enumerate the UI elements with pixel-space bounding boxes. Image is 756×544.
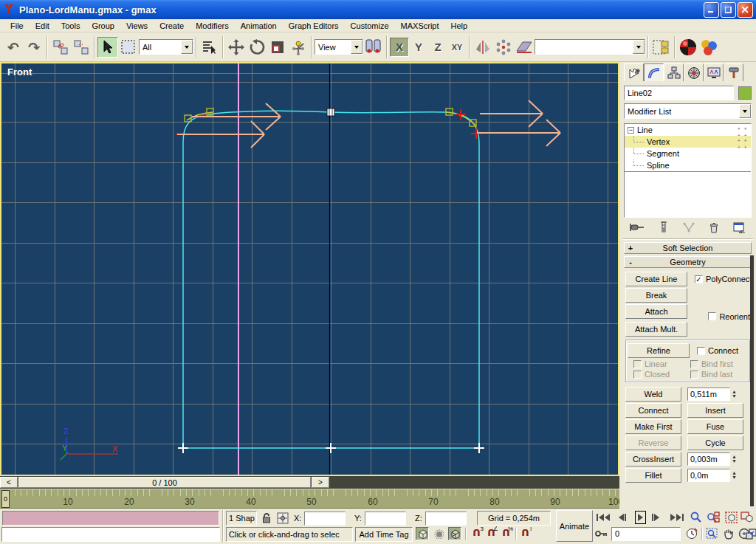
add-time-tag-button[interactable]: Add Time Tag	[355, 527, 413, 542]
array-icon[interactable]	[493, 37, 514, 58]
selection-lock-icon[interactable]	[260, 512, 273, 525]
collapse-icon[interactable]: −	[628, 127, 634, 134]
zoom-all-icon[interactable]	[707, 511, 720, 524]
tab-motion[interactable]	[684, 63, 704, 81]
current-frame-marker[interactable]: 0	[1, 490, 10, 508]
attach-button[interactable]: Attach	[625, 304, 687, 319]
spline-outline[interactable]	[183, 111, 479, 448]
polyconnect-checkbox[interactable]: ✓	[695, 275, 703, 283]
fuse-button[interactable]: Fuse	[687, 419, 743, 434]
crossinsert-threshold-field[interactable]: 0,003m	[687, 452, 730, 466]
pan-hand-icon[interactable]	[721, 527, 735, 540]
menu-item[interactable]: MAXScript	[395, 21, 445, 31]
select-object-icon[interactable]	[97, 37, 118, 58]
align-icon[interactable]	[514, 37, 535, 58]
use-pivot-point-center-icon[interactable]	[363, 37, 384, 58]
panel-scrollbar[interactable]	[750, 255, 754, 506]
menu-item[interactable]: Graph Editors	[283, 21, 345, 31]
maximize-button[interactable]	[721, 2, 736, 18]
select-and-link-icon[interactable]	[50, 37, 71, 58]
time-slider-thumb[interactable]: 0 / 100	[18, 477, 311, 488]
refine-button[interactable]: Refine	[628, 343, 690, 358]
solid-cube-icon[interactable]	[416, 527, 429, 540]
min-max-toggle-icon[interactable]	[744, 527, 756, 540]
unlink-icon[interactable]	[71, 37, 92, 58]
select-by-name-icon[interactable]	[199, 37, 220, 58]
tab-hierarchy[interactable]	[664, 63, 684, 81]
material-editor-icon[interactable]	[698, 37, 719, 58]
menu-item[interactable]: Group	[86, 21, 120, 31]
menu-item[interactable]: Create	[154, 21, 190, 31]
current-frame-field[interactable]: 0	[611, 527, 681, 541]
spinner-arrows-icon[interactable]: ▲▼	[732, 471, 737, 480]
menu-item[interactable]: Help	[445, 21, 474, 31]
maxscript-mini-listener[interactable]	[1, 527, 220, 542]
fillet-radius-field[interactable]: 0,0m	[687, 469, 730, 482]
dropdown-arrow-icon[interactable]	[633, 40, 645, 54]
remove-modifier-icon[interactable]	[709, 222, 718, 233]
select-and-scale-icon[interactable]	[267, 37, 288, 58]
percent-snap-icon[interactable]: U%	[500, 527, 512, 540]
track-bar[interactable]: 102030405060708090100 0	[0, 489, 619, 509]
animate-button[interactable]: Animate	[556, 510, 593, 542]
make-unique-icon[interactable]	[683, 222, 695, 233]
crossinsert-button[interactable]: CrossInsert	[625, 452, 681, 466]
selected-vertex-marker[interactable]	[327, 109, 334, 116]
undo-icon[interactable]: ↶	[3, 37, 24, 58]
named-selection-sets-dropdown[interactable]	[535, 39, 645, 55]
material-navigator-icon[interactable]	[678, 37, 698, 58]
menu-item[interactable]: Animation	[235, 21, 283, 31]
weld-button[interactable]: Weld	[625, 387, 681, 402]
go-to-end-icon[interactable]	[670, 511, 684, 524]
time-configuration-icon[interactable]	[685, 527, 698, 540]
front-viewport[interactable]: Front	[0, 62, 619, 476]
absolute-offset-mode-icon[interactable]	[276, 512, 289, 525]
tab-utilities[interactable]	[724, 63, 743, 81]
redo-icon[interactable]: ↷	[24, 37, 44, 58]
time-slider-next-button[interactable]: >	[312, 477, 329, 488]
previous-frame-icon[interactable]	[619, 511, 626, 524]
tab-create[interactable]	[624, 63, 644, 81]
time-slider-prev-button[interactable]: <	[0, 477, 18, 488]
select-and-manipulate-icon[interactable]	[288, 37, 309, 58]
spinner-snap-icon[interactable]: U↕	[519, 527, 532, 540]
object-color-swatch[interactable]	[738, 86, 752, 100]
dropdown-arrow-icon[interactable]	[351, 40, 362, 54]
show-end-result-icon[interactable]	[659, 221, 668, 233]
stack-item-spline[interactable]: Spline	[625, 159, 751, 171]
spinner-arrows-icon[interactable]: ▲▼	[732, 390, 737, 399]
restrict-to-y-button[interactable]: Y	[409, 38, 428, 57]
maxscript-macro-recorder[interactable]	[2, 511, 219, 526]
region-zoom-icon[interactable]	[705, 527, 718, 540]
dotted-sphere-icon[interactable]	[432, 527, 445, 540]
z-coordinate-input[interactable]	[425, 512, 467, 526]
close-button[interactable]	[738, 2, 753, 18]
rollout-geometry[interactable]: - Geometry	[624, 256, 752, 268]
menu-item[interactable]: Customize	[345, 21, 395, 31]
rectangular-selection-region-icon[interactable]	[118, 37, 139, 58]
create-line-button[interactable]: Create Line	[625, 272, 687, 286]
make-first-button[interactable]: Make First	[625, 419, 681, 434]
y-coordinate-input[interactable]	[365, 512, 406, 526]
select-and-move-icon[interactable]	[226, 37, 247, 58]
menu-item[interactable]: Tools	[55, 21, 86, 31]
reference-coordinate-system-dropdown[interactable]: View	[315, 39, 363, 55]
pin-stack-icon[interactable]	[630, 222, 645, 233]
restrict-to-x-button[interactable]: X	[390, 38, 409, 57]
stack-item-segment[interactable]: Segment	[625, 148, 751, 159]
menu-item[interactable]: Views	[120, 21, 154, 31]
insert-button[interactable]: Insert	[687, 403, 743, 418]
wireframe-cube-icon[interactable]	[448, 527, 461, 540]
break-button[interactable]: Break	[625, 288, 687, 303]
rollout-soft-selection[interactable]: + Soft Selection	[624, 242, 752, 254]
restrict-to-z-button[interactable]: Z	[428, 38, 447, 57]
menu-item[interactable]: Edit	[30, 21, 55, 31]
weld-threshold-field[interactable]: 0,511m	[687, 388, 730, 401]
fillet-button[interactable]: Fillet	[625, 468, 681, 483]
dropdown-arrow-icon[interactable]	[181, 40, 193, 54]
minimize-button[interactable]	[704, 2, 719, 18]
reorient-checkbox[interactable]	[708, 312, 716, 320]
track-view-icon[interactable]	[651, 37, 672, 58]
menu-item[interactable]: Modifiers	[190, 21, 235, 31]
configure-modifier-sets-icon[interactable]	[733, 222, 746, 233]
